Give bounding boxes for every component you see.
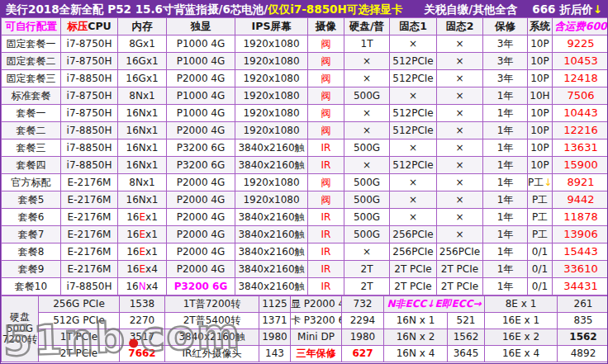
cpu-cell: i7-8750H: [61, 35, 118, 53]
ssd1-cell: ×: [390, 174, 437, 191]
config-cell: 套餐二: [2, 122, 61, 139]
ssd1-cell: ×: [390, 35, 437, 53]
gpu-cell: P1000 4G: [167, 105, 235, 122]
addon-cell: 16N x 4: [384, 346, 448, 362]
hdd-cell: 2T: [344, 261, 390, 278]
banner-deal-text: 666 折后价: [532, 2, 592, 16]
ssd2-cell: ×: [437, 105, 483, 122]
camera-cell: 阀: [308, 122, 344, 139]
cpu-cell: E-2176M: [61, 226, 118, 243]
camera-cell: IR: [308, 278, 344, 295]
ssd1-cell: ×: [390, 87, 437, 105]
ssd1-cell: 512PCIe: [390, 53, 437, 70]
price-cell: 12418: [553, 70, 608, 87]
config-cell: 固定套餐三: [2, 70, 61, 87]
config-cell: 标准套餐: [2, 87, 61, 105]
addon-cell: 835: [558, 313, 608, 329]
ssd1-cell: ×: [390, 209, 437, 226]
screen-cell: 3840x2160触: [235, 243, 308, 261]
addon-cell: 16E x 4: [485, 346, 558, 362]
addon-cell: 1562: [558, 329, 608, 346]
addon-cell: 2T PCIe: [39, 346, 120, 362]
addon-cell: 1371: [259, 313, 291, 329]
addon-cell: 16E x 1: [485, 313, 558, 329]
gpu-cell: P2000 4G: [167, 209, 235, 226]
banner-highlight-text: 仅仅i7-8850H可选择显卡: [268, 2, 402, 16]
addon-cell: 732: [342, 296, 384, 313]
config-cell: 套餐10: [2, 278, 61, 295]
gpu-cell: P3200 6G: [167, 157, 235, 174]
ssd2-cell: ×: [437, 35, 483, 53]
ssd1-cell: 512PCIe: [390, 105, 437, 122]
price-cell: 10453: [553, 53, 608, 70]
config-cell: 固定套餐二: [2, 53, 61, 70]
warranty-cell: 1年: [483, 226, 528, 243]
addon-cell: 2294: [342, 313, 384, 329]
os-cell: P工: [528, 209, 553, 226]
price-cell: 15900: [553, 157, 608, 174]
ssd2-cell: 2T PCIe: [437, 278, 483, 295]
col-header-price: 含运费600: [553, 18, 608, 35]
price-cell: 15443: [553, 243, 608, 261]
ram-cell: 16Ex4: [118, 261, 167, 278]
gpu-cell: P1000 4G: [167, 35, 235, 53]
os-cell: 10H: [528, 87, 553, 105]
os-cell: P工↓: [528, 174, 553, 191]
ram-cell: 16Gx1: [118, 53, 167, 70]
screen-cell: 1920x1080: [235, 53, 308, 70]
gpu-cell: P1000 4G: [167, 87, 235, 105]
hdd-cell: ×: [344, 243, 390, 261]
ssd1-cell: 2T PCIe: [390, 278, 437, 295]
addon-cell: 3840x2160触: [165, 329, 259, 346]
table-row: 套餐一i7-8750H16Nx1P1000 4G1920x1080阀×512PC…: [2, 105, 608, 122]
warranty-cell: 1年: [483, 209, 528, 226]
banner-right: 关税自缴/其他全含666 折后价↓: [424, 1, 602, 17]
addon-row: 2T PCIe7662IR红外摄像头143三年保修62716N x 436451…: [2, 346, 608, 362]
price-sheet: 美行2018全新全配 P52 15.6寸背蓝指摄/6芯电池/仅仅i7-8850H…: [0, 0, 608, 364]
os-cell: P工: [528, 226, 553, 243]
os-cell: 10P: [528, 157, 553, 174]
addon-cell: 1562: [448, 329, 485, 346]
table-row: 标准套餐i7-8750H8Nx1P1000 4G1920x1080阀500G××…: [2, 87, 608, 105]
table-row: 套餐7E-2176M16Ex1P2000 4G3840x2160触IR500G2…: [2, 226, 608, 243]
os-cell: P工: [528, 191, 553, 209]
addon-cell: 4892: [558, 346, 608, 362]
addon-row: 512G PCIe22702T普5400转1371卡 P3200 6G22941…: [2, 313, 608, 329]
addon-cell: 16N x 1: [384, 313, 448, 329]
hdd-cell: 500G: [344, 139, 390, 157]
ssd2-cell: ×: [437, 157, 483, 174]
gpu-cell: P2000 4G: [167, 243, 235, 261]
screen-cell: 3840x2160触: [235, 139, 308, 157]
addon-cell: 1538: [120, 296, 165, 313]
title-banner: 美行2018全新全配 P52 15.6寸背蓝指摄/6芯电池/仅仅i7-8850H…: [1, 1, 607, 17]
table-row: 套餐四i7-8850H16Nx1P3200 6G3840x2160触IR×512…: [2, 157, 608, 174]
cpu-cell: i7-8750H: [61, 53, 118, 70]
hdd-cell: ×: [344, 53, 390, 70]
col-header-camera: 摄像: [308, 18, 344, 35]
banner-tax-note: 关税自缴/其他全含: [424, 2, 517, 16]
ram-cell: 16Nx1: [118, 105, 167, 122]
addon-cell: 三年保修: [291, 346, 342, 362]
warranty-cell: 1年: [483, 122, 528, 139]
cpu-cell: E-2176M: [61, 209, 118, 226]
config-cell: 套餐一: [2, 105, 61, 122]
cpu-cell: i7-8850H: [61, 139, 118, 157]
banner-model-text: 美行2018全新全配 P52 15.6寸背蓝指摄/6芯电池/: [6, 2, 268, 16]
price-cell: 10443: [553, 105, 608, 122]
warranty-cell: 1年: [483, 243, 528, 261]
config-cell: 套餐8: [2, 243, 61, 261]
os-cell: 10P: [528, 105, 553, 122]
camera-cell: 阀: [308, 105, 344, 122]
camera-cell: 阀: [308, 191, 344, 209]
table-row: 官方标配E-2176M8Nx1P2000 4G1920x1080阀500G××1…: [2, 174, 608, 191]
ssd1-cell: ×: [390, 191, 437, 209]
addon-cell: 256G PCIe: [39, 296, 120, 313]
cpu-cell: E-2176M: [61, 174, 118, 191]
col-header-screen: IPS屏幕: [235, 18, 308, 35]
cpu-cell: i7-8850H: [61, 157, 118, 174]
price-cell: 13906: [553, 226, 608, 243]
hdd-cell: 1T: [344, 35, 390, 53]
warranty-cell: 3年: [483, 53, 528, 70]
camera-cell: IR: [308, 139, 344, 157]
col-header-ram: 内存: [118, 18, 167, 35]
